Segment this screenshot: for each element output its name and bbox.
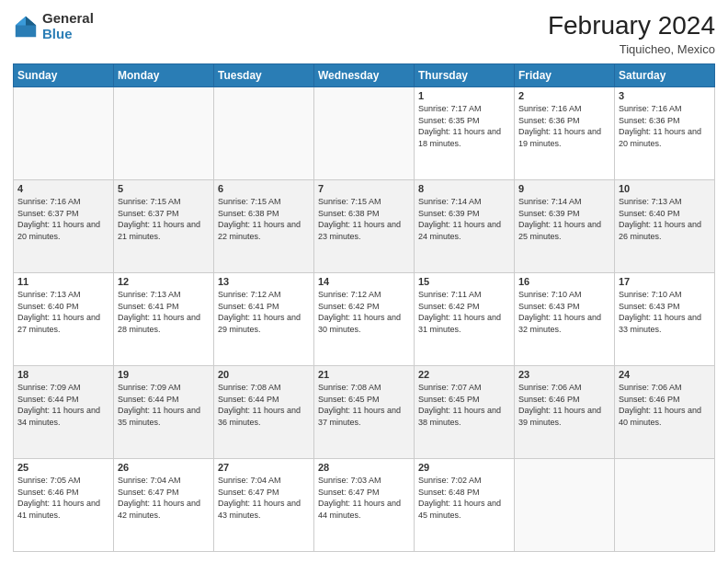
day-info: Sunrise: 7:17 AM Sunset: 6:35 PM Dayligh… — [418, 103, 510, 149]
day-info: Sunrise: 7:04 AM Sunset: 6:47 PM Dayligh… — [218, 475, 310, 521]
day-header-wednesday: Wednesday — [314, 64, 415, 87]
day-number: 11 — [17, 276, 109, 287]
day-number: 3 — [619, 90, 711, 101]
page: General Blue February 2024 Tiquicheo, Me… — [0, 0, 728, 563]
calendar-header-row: SundayMondayTuesdayWednesdayThursdayFrid… — [14, 64, 715, 87]
calendar-cell: 8Sunrise: 7:14 AM Sunset: 6:39 PM Daylig… — [415, 180, 515, 273]
day-info: Sunrise: 7:04 AM Sunset: 6:47 PM Dayligh… — [118, 475, 210, 521]
calendar-cell — [615, 459, 715, 552]
calendar-cell: 7Sunrise: 7:15 AM Sunset: 6:38 PM Daylig… — [314, 180, 415, 273]
day-number: 6 — [218, 183, 310, 194]
calendar-cell: 10Sunrise: 7:13 AM Sunset: 6:40 PM Dayli… — [615, 180, 715, 273]
day-number: 13 — [218, 276, 310, 287]
svg-marker-2 — [16, 16, 26, 25]
calendar-cell: 11Sunrise: 7:13 AM Sunset: 6:40 PM Dayli… — [14, 273, 114, 366]
day-number: 25 — [17, 462, 109, 473]
calendar-week-4: 18Sunrise: 7:09 AM Sunset: 6:44 PM Dayli… — [14, 366, 715, 459]
day-number: 2 — [518, 90, 610, 101]
calendar-cell: 21Sunrise: 7:08 AM Sunset: 6:45 PM Dayli… — [314, 366, 415, 459]
day-number: 18 — [17, 369, 109, 380]
day-info: Sunrise: 7:05 AM Sunset: 6:46 PM Dayligh… — [17, 475, 109, 521]
day-number: 26 — [118, 462, 210, 473]
title-block: February 2024 Tiquicheo, Mexico — [548, 11, 715, 56]
day-header-saturday: Saturday — [615, 64, 715, 87]
calendar-cell: 3Sunrise: 7:16 AM Sunset: 6:36 PM Daylig… — [615, 87, 715, 180]
logo-icon — [13, 14, 39, 40]
location: Tiquicheo, Mexico — [548, 42, 715, 56]
day-info: Sunrise: 7:16 AM Sunset: 6:36 PM Dayligh… — [619, 103, 711, 149]
calendar-cell: 25Sunrise: 7:05 AM Sunset: 6:46 PM Dayli… — [14, 459, 114, 552]
calendar-cell: 2Sunrise: 7:16 AM Sunset: 6:36 PM Daylig… — [515, 87, 615, 180]
day-info: Sunrise: 7:15 AM Sunset: 6:38 PM Dayligh… — [318, 196, 410, 242]
day-info: Sunrise: 7:13 AM Sunset: 6:40 PM Dayligh… — [619, 196, 711, 242]
calendar-cell: 19Sunrise: 7:09 AM Sunset: 6:44 PM Dayli… — [114, 366, 214, 459]
day-header-sunday: Sunday — [14, 64, 114, 87]
calendar-cell: 23Sunrise: 7:06 AM Sunset: 6:46 PM Dayli… — [515, 366, 615, 459]
calendar-cell: 5Sunrise: 7:15 AM Sunset: 6:37 PM Daylig… — [114, 180, 214, 273]
day-info: Sunrise: 7:14 AM Sunset: 6:39 PM Dayligh… — [418, 196, 510, 242]
calendar-cell: 27Sunrise: 7:04 AM Sunset: 6:47 PM Dayli… — [214, 459, 314, 552]
day-number: 19 — [118, 369, 210, 380]
calendar-week-5: 25Sunrise: 7:05 AM Sunset: 6:46 PM Dayli… — [14, 459, 715, 552]
day-info: Sunrise: 7:12 AM Sunset: 6:41 PM Dayligh… — [218, 289, 310, 335]
day-info: Sunrise: 7:10 AM Sunset: 6:43 PM Dayligh… — [518, 289, 610, 335]
day-info: Sunrise: 7:07 AM Sunset: 6:45 PM Dayligh… — [418, 382, 510, 428]
day-number: 23 — [518, 369, 610, 380]
day-info: Sunrise: 7:15 AM Sunset: 6:38 PM Dayligh… — [218, 196, 310, 242]
day-number: 4 — [17, 183, 109, 194]
calendar-cell: 17Sunrise: 7:10 AM Sunset: 6:43 PM Dayli… — [615, 273, 715, 366]
day-info: Sunrise: 7:10 AM Sunset: 6:43 PM Dayligh… — [619, 289, 711, 335]
calendar-cell: 29Sunrise: 7:02 AM Sunset: 6:48 PM Dayli… — [415, 459, 515, 552]
day-info: Sunrise: 7:13 AM Sunset: 6:41 PM Dayligh… — [118, 289, 210, 335]
calendar-cell — [515, 459, 615, 552]
day-info: Sunrise: 7:16 AM Sunset: 6:37 PM Dayligh… — [17, 196, 109, 242]
calendar-cell: 13Sunrise: 7:12 AM Sunset: 6:41 PM Dayli… — [214, 273, 314, 366]
day-info: Sunrise: 7:09 AM Sunset: 6:44 PM Dayligh… — [118, 382, 210, 428]
logo: General Blue — [13, 11, 94, 41]
day-info: Sunrise: 7:12 AM Sunset: 6:42 PM Dayligh… — [318, 289, 410, 335]
day-info: Sunrise: 7:16 AM Sunset: 6:36 PM Dayligh… — [518, 103, 610, 149]
day-info: Sunrise: 7:13 AM Sunset: 6:40 PM Dayligh… — [17, 289, 109, 335]
day-header-monday: Monday — [114, 64, 214, 87]
header: General Blue February 2024 Tiquicheo, Me… — [13, 11, 715, 56]
calendar-cell — [114, 87, 214, 180]
calendar-cell — [314, 87, 415, 180]
day-header-thursday: Thursday — [415, 64, 515, 87]
day-info: Sunrise: 7:06 AM Sunset: 6:46 PM Dayligh… — [619, 382, 711, 428]
day-info: Sunrise: 7:09 AM Sunset: 6:44 PM Dayligh… — [17, 382, 109, 428]
calendar-week-1: 1Sunrise: 7:17 AM Sunset: 6:35 PM Daylig… — [14, 87, 715, 180]
day-number: 5 — [118, 183, 210, 194]
day-number: 10 — [619, 183, 711, 194]
calendar-cell: 12Sunrise: 7:13 AM Sunset: 6:41 PM Dayli… — [114, 273, 214, 366]
calendar-week-2: 4Sunrise: 7:16 AM Sunset: 6:37 PM Daylig… — [14, 180, 715, 273]
calendar-table: SundayMondayTuesdayWednesdayThursdayFrid… — [13, 63, 715, 552]
day-number: 17 — [619, 276, 711, 287]
logo-line2: Blue — [42, 27, 94, 42]
day-number: 24 — [619, 369, 711, 380]
day-number: 15 — [418, 276, 510, 287]
calendar-cell: 28Sunrise: 7:03 AM Sunset: 6:47 PM Dayli… — [314, 459, 415, 552]
day-info: Sunrise: 7:06 AM Sunset: 6:46 PM Dayligh… — [518, 382, 610, 428]
calendar-cell: 4Sunrise: 7:16 AM Sunset: 6:37 PM Daylig… — [14, 180, 114, 273]
calendar-cell: 18Sunrise: 7:09 AM Sunset: 6:44 PM Dayli… — [14, 366, 114, 459]
day-number: 1 — [418, 90, 510, 101]
calendar-cell: 14Sunrise: 7:12 AM Sunset: 6:42 PM Dayli… — [314, 273, 415, 366]
day-number: 27 — [218, 462, 310, 473]
calendar-cell: 24Sunrise: 7:06 AM Sunset: 6:46 PM Dayli… — [615, 366, 715, 459]
month-year: February 2024 — [548, 11, 715, 40]
calendar-cell: 6Sunrise: 7:15 AM Sunset: 6:38 PM Daylig… — [214, 180, 314, 273]
calendar-cell: 20Sunrise: 7:08 AM Sunset: 6:44 PM Dayli… — [214, 366, 314, 459]
day-info: Sunrise: 7:02 AM Sunset: 6:48 PM Dayligh… — [418, 475, 510, 521]
calendar-week-3: 11Sunrise: 7:13 AM Sunset: 6:40 PM Dayli… — [14, 273, 715, 366]
calendar-cell: 9Sunrise: 7:14 AM Sunset: 6:39 PM Daylig… — [515, 180, 615, 273]
day-number: 29 — [418, 462, 510, 473]
calendar-cell: 26Sunrise: 7:04 AM Sunset: 6:47 PM Dayli… — [114, 459, 214, 552]
day-header-friday: Friday — [515, 64, 615, 87]
calendar-cell: 1Sunrise: 7:17 AM Sunset: 6:35 PM Daylig… — [415, 87, 515, 180]
calendar-cell: 22Sunrise: 7:07 AM Sunset: 6:45 PM Dayli… — [415, 366, 515, 459]
day-info: Sunrise: 7:11 AM Sunset: 6:42 PM Dayligh… — [418, 289, 510, 335]
day-info: Sunrise: 7:14 AM Sunset: 6:39 PM Dayligh… — [518, 196, 610, 242]
day-number: 22 — [418, 369, 510, 380]
day-number: 8 — [418, 183, 510, 194]
day-info: Sunrise: 7:08 AM Sunset: 6:45 PM Dayligh… — [318, 382, 410, 428]
